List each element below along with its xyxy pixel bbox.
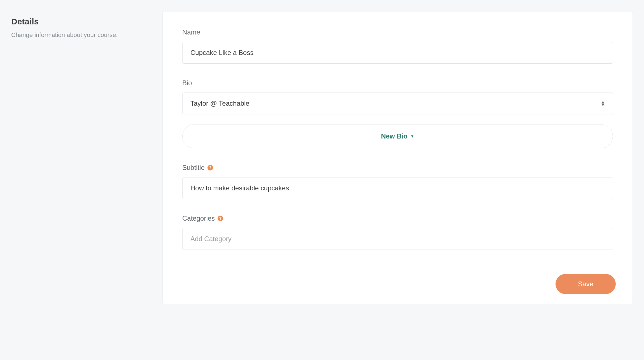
new-bio-label: New Bio — [381, 132, 408, 140]
subtitle-label: Subtitle — [182, 164, 205, 172]
name-label: Name — [182, 28, 613, 36]
bio-label: Bio — [182, 79, 613, 87]
details-description: Change information about your course. — [11, 31, 151, 39]
details-card: Name Bio Taylor @ Teachable ▲▼ New Bio ▼… — [162, 11, 633, 304]
help-icon[interactable]: ? — [218, 216, 223, 221]
chevron-down-icon: ▼ — [410, 134, 414, 139]
categories-label-row: Categories ? — [182, 214, 613, 222]
categories-input[interactable] — [182, 228, 613, 250]
page-root: Details Change information about your co… — [0, 0, 644, 315]
field-categories: Categories ? — [182, 214, 613, 250]
details-title: Details — [11, 17, 151, 26]
card-body: Name Bio Taylor @ Teachable ▲▼ New Bio ▼… — [163, 11, 633, 264]
new-bio-button[interactable]: New Bio ▼ — [182, 124, 613, 148]
field-name: Name — [182, 28, 613, 64]
field-subtitle: Subtitle ? — [182, 164, 613, 199]
details-sidebar: Details Change information about your co… — [11, 11, 162, 39]
bio-select-wrap: Taylor @ Teachable ▲▼ — [182, 93, 613, 114]
card-footer: Save — [163, 264, 633, 304]
field-bio: Bio Taylor @ Teachable ▲▼ New Bio ▼ — [182, 79, 613, 148]
categories-label: Categories — [182, 214, 215, 222]
bio-select[interactable]: Taylor @ Teachable — [182, 93, 613, 114]
subtitle-label-row: Subtitle ? — [182, 164, 613, 172]
name-input[interactable] — [182, 42, 613, 64]
subtitle-input[interactable] — [182, 177, 613, 199]
save-button[interactable]: Save — [556, 274, 616, 294]
help-icon[interactable]: ? — [207, 165, 213, 170]
